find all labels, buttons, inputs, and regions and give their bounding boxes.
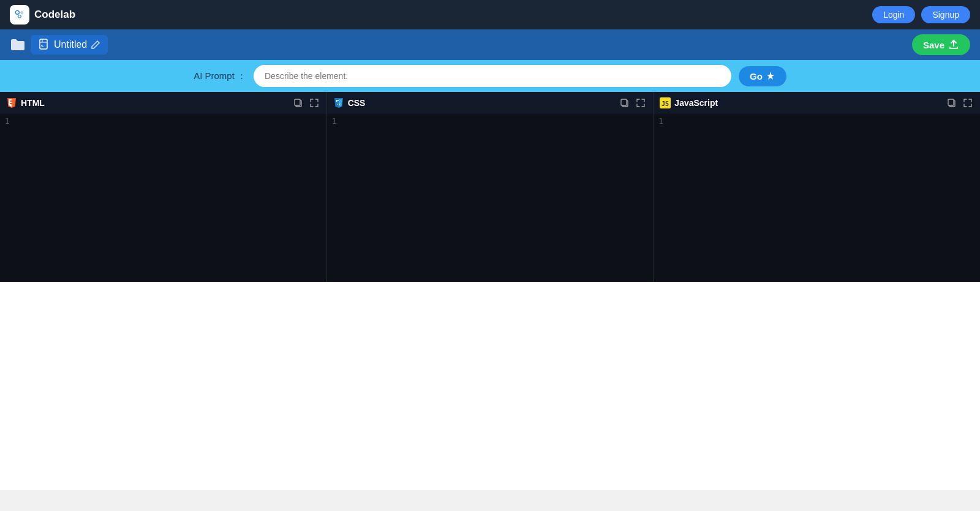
- ai-prompt-bar: AI Prompt ： Go: [0, 60, 980, 92]
- js-expand-button[interactable]: [962, 97, 974, 109]
- html5-icon: [6, 97, 17, 108]
- html-lang-label: HTML: [6, 97, 45, 108]
- css-editor-body: 1: [327, 114, 654, 282]
- css-code-input[interactable]: [344, 116, 649, 279]
- svg-rect-11: [621, 99, 627, 105]
- css-copy-button[interactable]: [619, 97, 631, 109]
- top-navigation: Codelab Login Signup: [0, 0, 980, 29]
- js-editor-panel: JS JavaScript 1: [654, 92, 980, 282]
- css-editor-controls: [619, 97, 647, 109]
- folder-icon[interactable]: [10, 38, 26, 51]
- active-file-tab[interactable]: S Untitled: [31, 35, 108, 55]
- svg-point-4: [21, 12, 23, 13]
- js-lang-label: JS JavaScript: [660, 97, 718, 108]
- css-lang-label: CSS: [333, 97, 366, 108]
- ai-prompt-input[interactable]: [254, 65, 731, 87]
- js-code-input[interactable]: [671, 116, 975, 279]
- upload-icon: [948, 39, 959, 50]
- html-editor-panel: HTML 1: [0, 92, 327, 282]
- html-expand-button[interactable]: [308, 97, 320, 109]
- go-label: Go: [750, 71, 763, 81]
- editors-row: HTML 1: [0, 92, 980, 282]
- css-editor-header: CSS: [327, 92, 654, 114]
- html-editor-controls: [292, 97, 320, 109]
- svg-rect-9: [295, 99, 300, 105]
- login-button[interactable]: Login: [872, 6, 915, 23]
- js-editor-header: JS JavaScript: [654, 92, 980, 114]
- ai-prompt-label: AI Prompt ：: [194, 70, 246, 82]
- nav-actions: Login Signup: [872, 6, 970, 23]
- html-line-numbers: 1: [5, 116, 17, 279]
- css-expand-button[interactable]: [635, 97, 647, 109]
- js-editor-controls: [946, 97, 974, 109]
- signup-button[interactable]: Signup: [921, 6, 970, 23]
- edit-icon[interactable]: [91, 40, 100, 50]
- js-icon: JS: [660, 97, 671, 108]
- css-editor-panel: CSS 1: [327, 92, 654, 282]
- codelab-logo: [10, 5, 29, 25]
- html-editor-body: 1: [0, 114, 326, 282]
- svg-point-5: [18, 15, 20, 17]
- html-copy-button[interactable]: [292, 97, 304, 109]
- brand-logo-area: Codelab: [10, 5, 75, 25]
- js-line-numbers: 1: [658, 116, 671, 279]
- preview-area: [0, 282, 980, 490]
- html-code-input[interactable]: [17, 116, 322, 279]
- file-tabs: S Untitled: [10, 35, 108, 55]
- svg-text:JS: JS: [662, 100, 669, 107]
- css3-icon: [333, 97, 344, 108]
- js-editor-body: 1: [654, 114, 980, 282]
- html-editor-header: HTML: [0, 92, 326, 114]
- sparkle-icon: [766, 71, 775, 81]
- file-icon: S: [38, 39, 50, 51]
- file-tab-bar: S Untitled Save: [0, 29, 980, 60]
- go-button[interactable]: Go: [739, 66, 786, 86]
- brand-name: Codelab: [34, 9, 75, 21]
- tab-title: Untitled: [54, 39, 87, 50]
- svg-text:S: S: [41, 44, 43, 48]
- css-label: CSS: [348, 98, 366, 108]
- save-label: Save: [923, 40, 944, 50]
- svg-rect-15: [948, 99, 954, 105]
- js-copy-button[interactable]: [946, 97, 958, 109]
- css-line-numbers: 1: [332, 116, 344, 279]
- svg-point-3: [16, 11, 19, 14]
- js-label: JavaScript: [674, 98, 718, 108]
- html-label: HTML: [21, 98, 45, 108]
- save-button[interactable]: Save: [912, 34, 970, 55]
